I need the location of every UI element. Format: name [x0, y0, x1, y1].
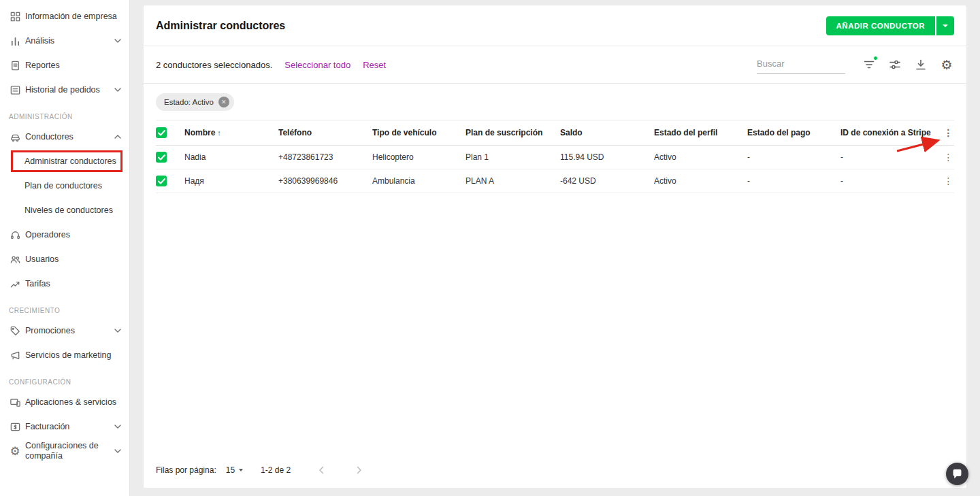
marketing-services-icon	[9, 350, 21, 361]
reset-link[interactable]: Reset	[363, 60, 386, 70]
reports-icon	[9, 60, 21, 71]
sidebar-item-company-settings[interactable]: ⚙ Configuraciones de compañía	[0, 439, 129, 463]
chip-close-icon[interactable]: ✕	[218, 97, 229, 108]
sidebar-item-driver-levels[interactable]: Niveles de conductores	[0, 198, 129, 222]
sidebar-item-label: Niveles de conductores	[24, 205, 113, 216]
sidebar-item-label: Operadores	[25, 230, 70, 240]
page-header: Administrar conductores AÑADIR CONDUCTOR	[144, 5, 966, 46]
search-input[interactable]	[757, 56, 845, 74]
sidebar-section-growth: CRECIMIENTO	[0, 296, 129, 318]
column-header-telefono[interactable]: Teléfono	[278, 120, 372, 146]
sidebar-item-manage-drivers[interactable]: Administrar conductores	[0, 149, 129, 173]
cell-tipo-vehiculo: Helicoptero	[372, 146, 466, 169]
sidebar-item-order-history[interactable]: Historial de pedidos	[0, 78, 129, 102]
sidebar-item-analytics[interactable]: Análisis	[0, 29, 129, 53]
sidebar-item-marketing-services[interactable]: Servicios de marketing	[0, 343, 129, 367]
column-header-tipo-vehiculo[interactable]: Tipo de vehículo	[372, 120, 466, 146]
chevron-right-icon	[357, 466, 362, 474]
column-header-plan[interactable]: Plan de suscripción	[466, 120, 560, 146]
cell-stripe: -	[840, 169, 943, 193]
sidebar-item-reports[interactable]: Reportes	[0, 53, 129, 78]
download-button[interactable]	[913, 57, 928, 72]
cell-plan: Plan 1	[466, 146, 560, 169]
column-header-stripe[interactable]: ID de conexión a Stripe	[840, 120, 943, 146]
cell-estado-pago: -	[747, 169, 840, 193]
check-icon	[158, 154, 165, 161]
cell-estado-perfil: Activo	[654, 169, 747, 193]
cell-plan: PLAN A	[466, 169, 560, 193]
cell-saldo: 115.94 USD	[560, 146, 654, 169]
table-row[interactable]: Nadia +48723861723 Helicoptero Plan 1 11…	[156, 146, 954, 169]
sidebar-item-label: Aplicaciones & servicios	[25, 397, 116, 408]
sidebar-item-tariffs[interactable]: Tarifas	[0, 271, 129, 296]
chevron-left-icon	[318, 466, 324, 474]
settings-button[interactable]: ⚙	[939, 57, 954, 72]
next-page-button[interactable]	[352, 463, 367, 478]
drivers-icon	[9, 131, 21, 143]
row-checkbox[interactable]	[156, 176, 167, 186]
sidebar-item-label: Servicios de marketing	[25, 350, 111, 361]
page-title: Administrar conductores	[156, 20, 285, 32]
sidebar-item-label: Análisis	[25, 36, 54, 46]
cell-nombre: Nadia	[184, 146, 278, 169]
caret-down-icon	[943, 24, 948, 27]
table-row[interactable]: Надя +380639969846 Ambulancia PLAN A -64…	[156, 169, 954, 193]
previous-page-button[interactable]	[314, 463, 329, 478]
sidebar-item-operators[interactable]: Operadores	[0, 222, 129, 247]
check-icon	[158, 178, 165, 184]
sidebar-item-promotions[interactable]: Promociones	[0, 318, 129, 343]
sidebar-item-label: Promociones	[25, 326, 75, 336]
select-all-link[interactable]: Seleccionar todo	[284, 60, 350, 70]
column-header-estado-pago[interactable]: Estado del pago	[747, 120, 840, 146]
cell-stripe: -	[840, 146, 943, 169]
sidebar-item-label: Administrar conductores	[24, 156, 116, 167]
row-checkbox[interactable]	[156, 152, 167, 163]
sidebar-item-drivers[interactable]: Conductores	[0, 125, 129, 149]
add-driver-button[interactable]: AÑADIR CONDUCTOR	[826, 16, 935, 35]
filter-active-dot	[873, 56, 878, 61]
chat-icon	[951, 468, 963, 480]
cell-nombre: Надя	[184, 169, 278, 193]
sidebar-item-label: Tarifas	[25, 279, 50, 289]
sidebar-item-label: Información de empresa	[25, 12, 117, 22]
chevron-down-icon	[114, 39, 121, 43]
table-empty-space	[144, 193, 966, 452]
selection-count-text: 2 conductores seleccionados.	[156, 60, 272, 70]
chevron-up-icon	[114, 135, 121, 139]
rows-per-page-select[interactable]: 15	[226, 465, 243, 475]
pagination-range-text: 1-2 de 2	[261, 465, 291, 475]
sidebar-item-label: Historial de pedidos	[25, 85, 100, 95]
sidebar-item-driver-plan[interactable]: Plan de conductores	[0, 173, 129, 198]
chevron-down-icon	[114, 449, 121, 453]
main-content: Administrar conductores AÑADIR CONDUCTOR…	[130, 0, 980, 496]
filter-chip[interactable]: Estado: Activo ✕	[156, 93, 234, 111]
cell-telefono: +48723861723	[278, 146, 372, 169]
chat-launcher-button[interactable]	[946, 463, 968, 485]
sidebar-item-apps-services[interactable]: Aplicaciones & servicios	[0, 390, 129, 414]
filter-button[interactable]	[862, 57, 877, 72]
column-header-estado-perfil[interactable]: Estado del perfil	[654, 120, 747, 146]
column-header-nombre[interactable]: Nombre↑	[184, 120, 278, 146]
selection-toolbar: 2 conductores seleccionados. Seleccionar…	[144, 46, 966, 84]
sidebar-item-users[interactable]: Usuarios	[0, 247, 129, 271]
sidebar-item-company-info[interactable]: Información de empresa	[0, 4, 129, 29]
content-card: Administrar conductores AÑADIR CONDUCTOR…	[144, 5, 966, 488]
promotions-icon	[9, 325, 21, 337]
drivers-table: Nombre↑ Teléfono Tipo de vehículo Plan d…	[144, 120, 966, 193]
operators-icon	[9, 229, 21, 241]
filter-chip-label: Estado: Activo	[164, 98, 214, 106]
add-driver-dropdown-button[interactable]	[936, 16, 954, 35]
analytics-icon	[9, 35, 21, 47]
row-menu-icon[interactable]: ⋮	[943, 176, 954, 186]
row-menu-icon[interactable]: ⋮	[943, 152, 954, 163]
sidebar-item-label: Reportes	[25, 61, 60, 71]
cell-estado-pago: -	[747, 146, 840, 169]
select-all-checkbox[interactable]	[156, 127, 167, 138]
chevron-down-icon	[114, 88, 121, 92]
company-info-icon	[9, 11, 21, 22]
sidebar-item-billing[interactable]: Facturación	[0, 414, 129, 439]
table-header-menu-icon[interactable]: ⋮	[943, 127, 954, 138]
column-header-saldo[interactable]: Saldo	[560, 120, 654, 146]
cell-tipo-vehiculo: Ambulancia	[372, 169, 466, 193]
column-settings-button[interactable]	[887, 57, 902, 72]
